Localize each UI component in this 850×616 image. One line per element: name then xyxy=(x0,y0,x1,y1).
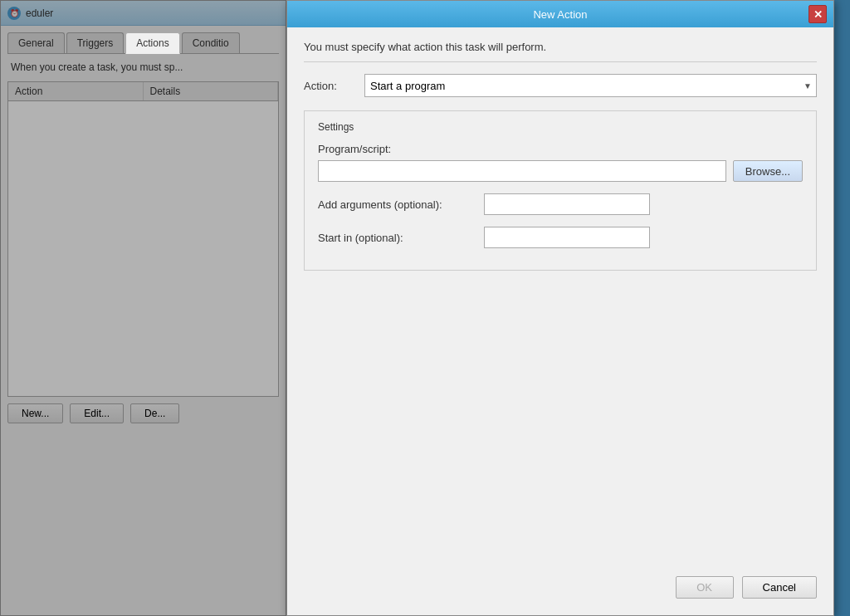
dialog-close-button[interactable]: ✕ xyxy=(808,5,827,23)
dialog-body: You must specify what action this task w… xyxy=(287,27,833,297)
start-in-row: Start in (optional): xyxy=(318,227,803,248)
action-select-wrapper: Start a program Send an e-mail (deprecat… xyxy=(364,74,817,97)
action-row: Action: Start a program Send an e-mail (… xyxy=(304,74,817,97)
program-script-row: Program/script: Browse... xyxy=(318,143,803,182)
add-arguments-label: Add arguments (optional): xyxy=(318,198,484,211)
dialog-instruction: You must specify what action this task w… xyxy=(304,41,817,62)
new-action-dialog: New Action ✕ You must specify what actio… xyxy=(286,0,834,616)
settings-group: Settings Program/script: Browse... Add a… xyxy=(304,110,817,271)
start-in-label: Start in (optional): xyxy=(318,232,484,244)
dialog-titlebar: New Action ✕ xyxy=(287,1,833,27)
add-arguments-input[interactable] xyxy=(484,193,650,215)
dialog-title: New Action xyxy=(312,8,808,21)
program-script-inputs: Browse... xyxy=(318,160,803,182)
start-in-input[interactable] xyxy=(484,227,650,248)
settings-legend: Settings xyxy=(318,121,803,133)
program-script-input[interactable] xyxy=(318,160,726,182)
action-field-label: Action: xyxy=(304,80,358,92)
action-select[interactable]: Start a program Send an e-mail (deprecat… xyxy=(364,74,817,97)
ok-button[interactable]: OK xyxy=(676,576,734,599)
dialog-footer: OK Cancel xyxy=(676,576,817,599)
browse-button[interactable]: Browse... xyxy=(733,160,803,182)
tab-actions[interactable]: Actions xyxy=(125,32,179,54)
program-script-label: Program/script: xyxy=(318,143,803,155)
cancel-button[interactable]: Cancel xyxy=(742,576,817,599)
add-arguments-row: Add arguments (optional): xyxy=(318,193,803,215)
